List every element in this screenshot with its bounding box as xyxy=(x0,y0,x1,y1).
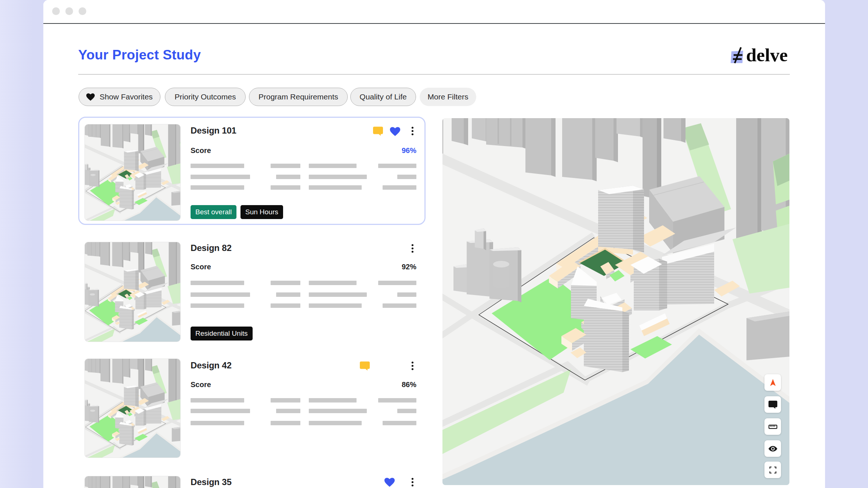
svg-text:delve: delve xyxy=(746,45,788,65)
